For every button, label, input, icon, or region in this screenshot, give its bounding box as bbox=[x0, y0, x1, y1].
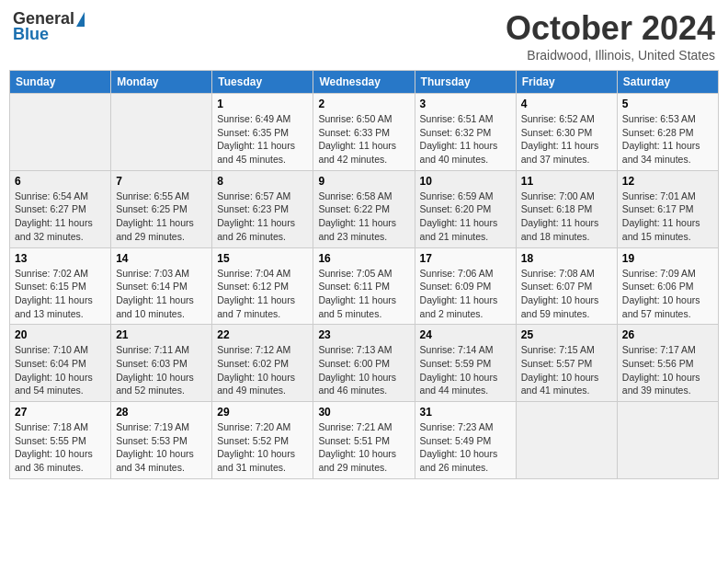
day-number: 13 bbox=[15, 252, 106, 265]
day-info: Sunrise: 7:11 AM Sunset: 6:03 PM Dayligh… bbox=[116, 343, 207, 397]
day-info: Sunrise: 6:54 AM Sunset: 6:27 PM Dayligh… bbox=[15, 190, 106, 244]
calendar-day-header: Friday bbox=[516, 71, 617, 94]
calendar-cell: 9Sunrise: 6:58 AM Sunset: 6:22 PM Daylig… bbox=[313, 170, 415, 247]
day-number: 5 bbox=[622, 98, 713, 110]
calendar-cell: 6Sunrise: 6:54 AM Sunset: 6:27 PM Daylig… bbox=[10, 170, 111, 247]
calendar-day-header: Thursday bbox=[415, 71, 516, 94]
calendar-day-header: Wednesday bbox=[313, 71, 415, 94]
day-number: 11 bbox=[521, 175, 612, 188]
day-info: Sunrise: 7:05 AM Sunset: 6:11 PM Dayligh… bbox=[318, 267, 409, 321]
day-info: Sunrise: 6:52 AM Sunset: 6:30 PM Dayligh… bbox=[521, 112, 612, 167]
calendar-cell: 26Sunrise: 7:17 AM Sunset: 5:56 PM Dayli… bbox=[617, 325, 718, 402]
day-info: Sunrise: 7:08 AM Sunset: 6:07 PM Dayligh… bbox=[521, 267, 612, 321]
day-number: 27 bbox=[15, 406, 106, 419]
day-info: Sunrise: 7:06 AM Sunset: 6:09 PM Dayligh… bbox=[420, 267, 511, 321]
day-info: Sunrise: 7:20 AM Sunset: 5:52 PM Dayligh… bbox=[217, 420, 308, 475]
calendar-cell: 1Sunrise: 6:49 AM Sunset: 6:35 PM Daylig… bbox=[212, 94, 313, 171]
day-info: Sunrise: 6:57 AM Sunset: 6:23 PM Dayligh… bbox=[217, 190, 308, 244]
day-info: Sunrise: 6:58 AM Sunset: 6:22 PM Dayligh… bbox=[318, 190, 409, 244]
calendar-cell: 11Sunrise: 7:00 AM Sunset: 6:18 PM Dayli… bbox=[516, 170, 617, 247]
calendar-cell: 18Sunrise: 7:08 AM Sunset: 6:07 PM Dayli… bbox=[516, 247, 617, 325]
location-text: Braidwood, Illinois, United States bbox=[506, 48, 715, 63]
day-info: Sunrise: 7:19 AM Sunset: 5:53 PM Dayligh… bbox=[116, 420, 207, 475]
day-info: Sunrise: 6:59 AM Sunset: 6:20 PM Dayligh… bbox=[420, 190, 511, 244]
calendar-cell: 19Sunrise: 7:09 AM Sunset: 6:06 PM Dayli… bbox=[617, 247, 718, 325]
day-number: 2 bbox=[318, 98, 409, 110]
day-number: 15 bbox=[217, 252, 308, 265]
calendar-cell: 22Sunrise: 7:12 AM Sunset: 6:02 PM Dayli… bbox=[212, 325, 313, 402]
calendar-day-header: Monday bbox=[111, 71, 212, 94]
day-number: 17 bbox=[420, 252, 511, 265]
calendar-cell: 15Sunrise: 7:04 AM Sunset: 6:12 PM Dayli… bbox=[212, 247, 313, 325]
calendar-cell: 27Sunrise: 7:18 AM Sunset: 5:55 PM Dayli… bbox=[10, 402, 111, 479]
day-info: Sunrise: 7:02 AM Sunset: 6:15 PM Dayligh… bbox=[15, 267, 106, 321]
day-number: 29 bbox=[217, 406, 308, 419]
calendar-cell: 17Sunrise: 7:06 AM Sunset: 6:09 PM Dayli… bbox=[415, 247, 516, 325]
day-number: 20 bbox=[15, 328, 106, 341]
calendar-cell: 7Sunrise: 6:55 AM Sunset: 6:25 PM Daylig… bbox=[111, 170, 212, 247]
day-info: Sunrise: 7:14 AM Sunset: 5:59 PM Dayligh… bbox=[420, 343, 511, 397]
calendar-cell: 10Sunrise: 6:59 AM Sunset: 6:20 PM Dayli… bbox=[415, 170, 516, 247]
day-info: Sunrise: 7:03 AM Sunset: 6:14 PM Dayligh… bbox=[116, 267, 207, 321]
calendar-cell: 4Sunrise: 6:52 AM Sunset: 6:30 PM Daylig… bbox=[516, 94, 617, 171]
day-info: Sunrise: 7:21 AM Sunset: 5:51 PM Dayligh… bbox=[318, 420, 409, 475]
calendar-cell: 24Sunrise: 7:14 AM Sunset: 5:59 PM Dayli… bbox=[415, 325, 516, 402]
day-info: Sunrise: 7:17 AM Sunset: 5:56 PM Dayligh… bbox=[622, 343, 713, 397]
day-number: 12 bbox=[622, 175, 713, 188]
calendar-cell bbox=[10, 94, 111, 171]
day-number: 25 bbox=[521, 328, 612, 341]
day-info: Sunrise: 6:51 AM Sunset: 6:32 PM Dayligh… bbox=[420, 112, 511, 167]
day-info: Sunrise: 7:18 AM Sunset: 5:55 PM Dayligh… bbox=[15, 420, 106, 475]
calendar-day-header: Tuesday bbox=[212, 71, 313, 94]
day-info: Sunrise: 7:10 AM Sunset: 6:04 PM Dayligh… bbox=[15, 343, 106, 397]
calendar-week-row: 27Sunrise: 7:18 AM Sunset: 5:55 PM Dayli… bbox=[10, 402, 719, 479]
calendar-cell bbox=[111, 94, 212, 171]
day-number: 4 bbox=[521, 98, 612, 110]
calendar-cell: 28Sunrise: 7:19 AM Sunset: 5:53 PM Dayli… bbox=[111, 402, 212, 479]
day-number: 3 bbox=[420, 98, 511, 110]
calendar-cell: 3Sunrise: 6:51 AM Sunset: 6:32 PM Daylig… bbox=[415, 94, 516, 171]
day-info: Sunrise: 6:49 AM Sunset: 6:35 PM Dayligh… bbox=[217, 112, 308, 167]
title-section: October 2024 Braidwood, Illinois, United… bbox=[506, 9, 715, 63]
calendar-cell: 8Sunrise: 6:57 AM Sunset: 6:23 PM Daylig… bbox=[212, 170, 313, 247]
calendar-cell: 14Sunrise: 7:03 AM Sunset: 6:14 PM Dayli… bbox=[111, 247, 212, 325]
day-info: Sunrise: 7:15 AM Sunset: 5:57 PM Dayligh… bbox=[521, 343, 612, 397]
day-info: Sunrise: 7:04 AM Sunset: 6:12 PM Dayligh… bbox=[217, 267, 308, 321]
calendar-day-header: Sunday bbox=[10, 71, 111, 94]
day-info: Sunrise: 7:12 AM Sunset: 6:02 PM Dayligh… bbox=[217, 343, 308, 397]
day-number: 9 bbox=[318, 175, 409, 188]
day-info: Sunrise: 7:00 AM Sunset: 6:18 PM Dayligh… bbox=[521, 190, 612, 244]
calendar-cell bbox=[516, 402, 617, 479]
day-info: Sunrise: 6:55 AM Sunset: 6:25 PM Dayligh… bbox=[116, 190, 207, 244]
day-number: 24 bbox=[420, 328, 511, 341]
calendar-cell: 12Sunrise: 7:01 AM Sunset: 6:17 PM Dayli… bbox=[617, 170, 718, 247]
calendar-body: 1Sunrise: 6:49 AM Sunset: 6:35 PM Daylig… bbox=[10, 94, 719, 479]
calendar-cell: 29Sunrise: 7:20 AM Sunset: 5:52 PM Dayli… bbox=[212, 402, 313, 479]
day-number: 6 bbox=[15, 175, 106, 188]
day-number: 18 bbox=[521, 252, 612, 265]
day-number: 19 bbox=[622, 252, 713, 265]
day-info: Sunrise: 7:13 AM Sunset: 6:00 PM Dayligh… bbox=[318, 343, 409, 397]
calendar-cell: 31Sunrise: 7:23 AM Sunset: 5:49 PM Dayli… bbox=[415, 402, 516, 479]
calendar-cell: 21Sunrise: 7:11 AM Sunset: 6:03 PM Dayli… bbox=[111, 325, 212, 402]
day-info: Sunrise: 7:09 AM Sunset: 6:06 PM Dayligh… bbox=[622, 267, 713, 321]
page-header: General Blue October 2024 Braidwood, Ill… bbox=[9, 9, 719, 63]
day-number: 16 bbox=[318, 252, 409, 265]
day-number: 30 bbox=[318, 406, 409, 419]
logo: General Blue bbox=[13, 9, 85, 44]
calendar-cell: 23Sunrise: 7:13 AM Sunset: 6:00 PM Dayli… bbox=[313, 325, 415, 402]
day-info: Sunrise: 7:01 AM Sunset: 6:17 PM Dayligh… bbox=[622, 190, 713, 244]
logo-triangle-icon bbox=[76, 12, 85, 27]
day-number: 14 bbox=[116, 252, 207, 265]
calendar-week-row: 1Sunrise: 6:49 AM Sunset: 6:35 PM Daylig… bbox=[10, 94, 719, 171]
day-info: Sunrise: 6:50 AM Sunset: 6:33 PM Dayligh… bbox=[318, 112, 409, 167]
calendar-table: SundayMondayTuesdayWednesdayThursdayFrid… bbox=[9, 70, 719, 479]
day-number: 7 bbox=[116, 175, 207, 188]
day-number: 28 bbox=[116, 406, 207, 419]
calendar-cell: 16Sunrise: 7:05 AM Sunset: 6:11 PM Dayli… bbox=[313, 247, 415, 325]
calendar-cell: 13Sunrise: 7:02 AM Sunset: 6:15 PM Dayli… bbox=[10, 247, 111, 325]
month-title: October 2024 bbox=[506, 9, 715, 48]
calendar-cell: 25Sunrise: 7:15 AM Sunset: 5:57 PM Dayli… bbox=[516, 325, 617, 402]
day-number: 1 bbox=[217, 98, 308, 110]
day-info: Sunrise: 6:53 AM Sunset: 6:28 PM Dayligh… bbox=[622, 112, 713, 167]
